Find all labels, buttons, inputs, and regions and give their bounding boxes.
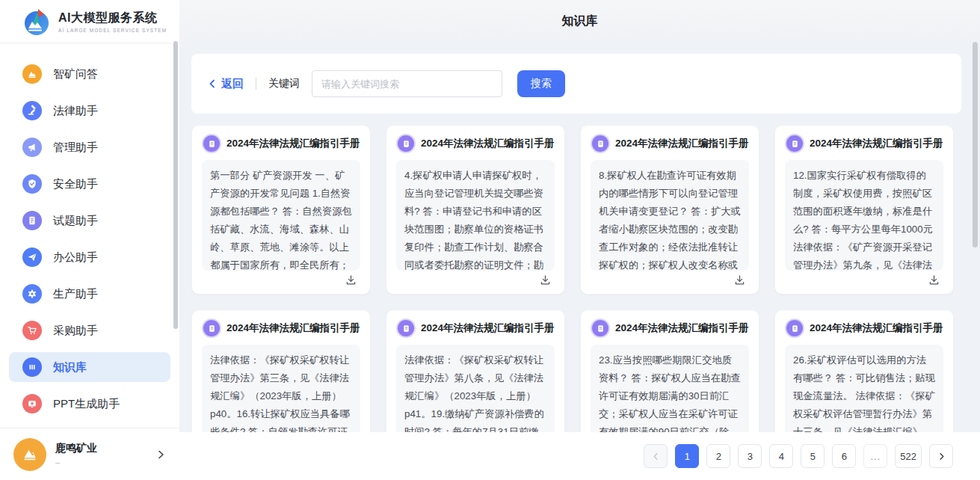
card-footer bbox=[591, 271, 749, 286]
card-body-text: 4.探矿权申请人申请探矿权时，应当向登记管理机关提交哪些资料? 答：申请登记书和… bbox=[396, 160, 555, 271]
card-header: 2024年法律法规汇编指引手册.... bbox=[396, 320, 555, 336]
download-icon[interactable] bbox=[733, 274, 746, 286]
sidebar-item-knowledge-base[interactable]: 知识库 bbox=[9, 352, 170, 382]
document-icon bbox=[398, 135, 414, 152]
content-scrollbar[interactable] bbox=[973, 42, 978, 247]
card-body-text: 26.采矿权评估可以选用的方法有哪些？ 答：可比销售法；贴现现金流量法。 法律依… bbox=[785, 345, 943, 432]
knowledge-card[interactable]: 2024年法律法规汇编指引手册.... 12.国家实行采矿权有偿取得的制度，采矿… bbox=[774, 125, 954, 295]
pagination-page-button[interactable]: 6 bbox=[832, 444, 856, 468]
sidebar-item-office-assistant[interactable]: 办公助手 bbox=[9, 242, 170, 272]
gavel-icon bbox=[22, 101, 42, 120]
card-title: 2024年法律法规汇编指引手册.... bbox=[226, 321, 360, 335]
card-header: 2024年法律法规汇编指引手册.... bbox=[591, 135, 749, 152]
pagination-ellipsis[interactable]: ... bbox=[863, 444, 887, 468]
pagination-next-button[interactable] bbox=[929, 444, 953, 468]
pagination-page-button[interactable]: 3 bbox=[738, 444, 762, 468]
user-subtitle: – bbox=[55, 458, 155, 467]
keyword-label: 关键词 bbox=[268, 77, 300, 90]
knowledge-card[interactable]: 2024年法律法规汇编指引手册.... 4.探矿权申请人申请探矿权时，应当向登记… bbox=[386, 125, 565, 295]
search-panel: 返回 关键词 搜索 bbox=[191, 54, 961, 114]
card-title: 2024年法律法规汇编指引手册.... bbox=[810, 137, 943, 150]
card-title: 2024年法律法规汇编指引手册.... bbox=[421, 321, 555, 335]
card-title: 2024年法律法规汇编指引手册.... bbox=[421, 137, 555, 150]
sidebar-nav: 智矿问答 法律助手 管理助手 安全助手 bbox=[0, 43, 179, 428]
card-title: 2024年法律法规汇编指引手册.... bbox=[615, 321, 749, 335]
document-icon bbox=[203, 320, 220, 336]
card-body-text: 法律依据：《探矿权采矿权转让管理办法》第三条，见《法律法规汇编》（2023年版，… bbox=[202, 345, 360, 432]
back-label: 返回 bbox=[221, 77, 244, 91]
knowledge-card[interactable]: 2024年法律法规汇编指引手册.... 法律依据：《探矿权采矿权转让管理办法》第… bbox=[386, 310, 565, 432]
pagination-page-button[interactable]: 1 bbox=[675, 444, 699, 468]
search-input[interactable] bbox=[312, 70, 502, 97]
knowledge-card[interactable]: 2024年法律法规汇编指引手册.... 法律依据：《探矿权采矿权转让管理办法》第… bbox=[191, 310, 371, 432]
card-header: 2024年法律法规汇编指引手册.... bbox=[591, 320, 749, 336]
app-logo-icon bbox=[22, 7, 51, 36]
divider bbox=[256, 78, 256, 90]
ppt-icon bbox=[22, 394, 42, 413]
sidebar-item-production-assistant[interactable]: 生产助手 bbox=[9, 279, 170, 309]
sidebar-item-label: 试题助手 bbox=[53, 214, 98, 228]
card-header: 2024年法律法规汇编指引手册.... bbox=[785, 135, 943, 152]
download-icon[interactable] bbox=[539, 274, 552, 286]
document-icon bbox=[203, 135, 220, 152]
chevron-left-icon bbox=[208, 79, 217, 88]
back-button[interactable]: 返回 bbox=[208, 77, 244, 91]
chevron-left-icon bbox=[652, 452, 660, 461]
download-icon[interactable] bbox=[928, 274, 940, 286]
sidebar-scrollbar[interactable] bbox=[173, 41, 178, 329]
card-header: 2024年法律法规汇编指引手册.... bbox=[202, 135, 360, 152]
knowledge-card-grid: 2024年法律法规汇编指引手册.... 第一部分 矿产资源开发 一、矿产资源的开… bbox=[191, 125, 968, 432]
pagination-page-button[interactable]: 5 bbox=[801, 444, 825, 468]
card-title: 2024年法律法规汇编指引手册.... bbox=[615, 137, 749, 150]
card-body-text: 法律依据：《探矿权采矿权转让管理办法》第八条，见《法律法规汇编》（2023年版，… bbox=[396, 345, 555, 432]
pagination-prev-button[interactable] bbox=[644, 444, 668, 468]
sidebar-item-ppt-assistant[interactable]: PPT生成助手 bbox=[9, 389, 170, 419]
search-button[interactable]: 搜索 bbox=[517, 70, 565, 97]
knowledge-card[interactable]: 2024年法律法规汇编指引手册.... 23.应当按照哪些期限汇交地质资料？ 答… bbox=[580, 310, 759, 432]
content-area: 返回 关键词 搜索 2024年法律法规汇编指引手册.... 第一部分 矿产资源开… bbox=[179, 42, 980, 432]
knowledge-card[interactable]: 2024年法律法规汇编指引手册.... 26.采矿权评估可以选用的方法有哪些？ … bbox=[774, 310, 954, 432]
card-body-text: 23.应当按照哪些期限汇交地质资料？ 答：探矿权人应当在勘查许可证有效期届满的3… bbox=[591, 345, 749, 432]
pagination-page-button[interactable]: 2 bbox=[706, 444, 730, 468]
sidebar-item-label: 生产助手 bbox=[53, 287, 98, 301]
library-icon bbox=[22, 357, 42, 377]
card-footer bbox=[785, 271, 943, 286]
chevron-right-icon[interactable] bbox=[155, 449, 166, 460]
app-title: AI大模型服务系统 bbox=[58, 10, 167, 26]
card-title: 2024年法律法规汇编指引手册.... bbox=[810, 321, 943, 335]
avatar bbox=[13, 438, 46, 471]
document-icon bbox=[592, 320, 608, 336]
sidebar-item-safety-assistant[interactable]: 安全助手 bbox=[9, 169, 170, 199]
download-icon[interactable] bbox=[345, 274, 357, 286]
document-icon bbox=[786, 320, 803, 336]
card-footer bbox=[202, 271, 360, 286]
app-root: AI大模型服务系统 AI LARGE MODEL SERVICE SYSTEM … bbox=[0, 0, 980, 480]
document-icon bbox=[398, 320, 414, 336]
user-meta: 鹿鸣矿业 – bbox=[55, 442, 155, 467]
sidebar-item-label: 采购助手 bbox=[53, 324, 98, 338]
sidebar-item-legal-assistant[interactable]: 法律助手 bbox=[9, 96, 170, 126]
pagination-page-button[interactable]: 522 bbox=[895, 444, 922, 468]
gear-icon bbox=[22, 284, 42, 304]
document-icon bbox=[592, 135, 608, 152]
knowledge-card[interactable]: 2024年法律法规汇编指引手册.... 第一部分 矿产资源开发 一、矿产资源的开… bbox=[191, 125, 371, 295]
sidebar-item-zhikuang-qa[interactable]: 智矿问答 bbox=[9, 59, 170, 89]
page-header: 知识库 bbox=[179, 0, 980, 42]
sidebar: AI大模型服务系统 AI LARGE MODEL SERVICE SYSTEM … bbox=[0, 0, 179, 480]
sidebar-item-procurement-assistant[interactable]: 采购助手 bbox=[9, 316, 170, 345]
sidebar-item-label: PPT生成助手 bbox=[53, 397, 120, 411]
user-name: 鹿鸣矿业 bbox=[55, 442, 155, 455]
knowledge-card[interactable]: 2024年法律法规汇编指引手册.... 8.探矿权人在勘查许可证有效期内的哪些情… bbox=[580, 125, 759, 295]
sidebar-item-management-assistant[interactable]: 管理助手 bbox=[9, 132, 170, 162]
mountain-icon bbox=[22, 64, 42, 84]
card-body-text: 8.探矿权人在勘查许可证有效期内的哪些情形下可以向登记管理机关申请变更登记？ 答… bbox=[591, 160, 749, 271]
shield-icon bbox=[22, 174, 42, 194]
logo-text: AI大模型服务系统 AI LARGE MODEL SERVICE SYSTEM bbox=[58, 10, 167, 33]
page-title: 知识库 bbox=[562, 13, 598, 29]
card-body-text: 12.国家实行采矿权有偿取得的制度，采矿权使用费，按照矿区范围的面积逐年缴纳，标… bbox=[785, 160, 943, 271]
sidebar-item-exam-assistant[interactable]: 试题助手 bbox=[9, 206, 170, 236]
pagination-page-button[interactable]: 4 bbox=[769, 444, 793, 468]
user-profile[interactable]: 鹿鸣矿业 – bbox=[0, 428, 179, 480]
sidebar-item-label: 办公助手 bbox=[53, 250, 98, 265]
card-title: 2024年法律法规汇编指引手册.... bbox=[226, 137, 360, 150]
